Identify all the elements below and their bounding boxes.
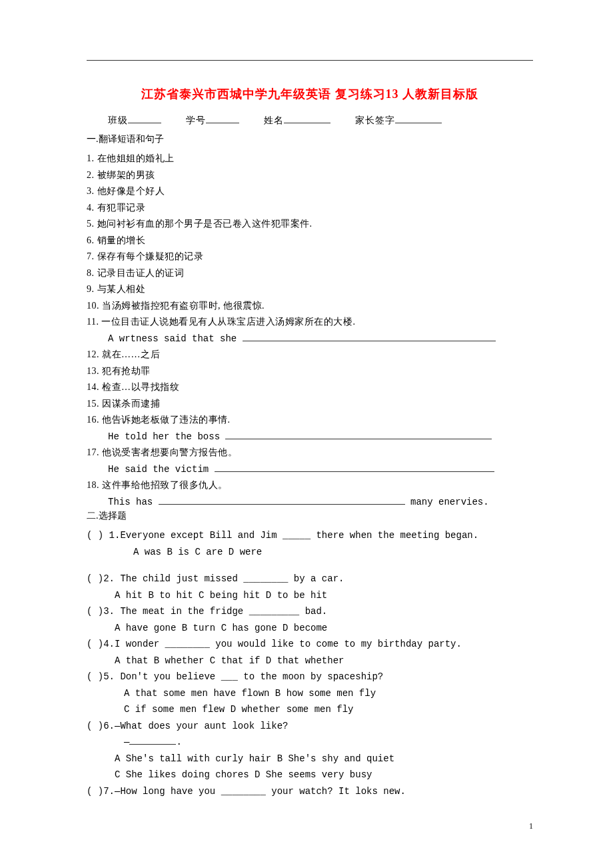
s1-q7: 7. 保存有每个嫌疑犯的记录 <box>87 249 533 265</box>
s1-q3: 3. 他好像是个好人 <box>87 183 533 200</box>
s1-q16: 16. 他告诉她老板做了违法的事情. <box>87 412 533 429</box>
s2-q5-opts1: A that some men have flown B how some me… <box>87 685 533 702</box>
id-blank <box>206 114 239 123</box>
s1-q14: 14. 检查…以寻找指纹 <box>87 379 533 396</box>
s2-q6-opts2: C She likes doing chores D She seems ver… <box>87 767 533 783</box>
s2-q1-opts: A was B is C are D were <box>87 544 533 561</box>
s2-q2: ( )2. The child just missed ________ by … <box>87 571 533 587</box>
s1-q6: 6. 销量的增长 <box>87 233 533 249</box>
student-info-line: 班级 学号 姓名 家长签字 <box>87 114 533 127</box>
s1-q17: 17. 他说受害者想要向警方报告他。 <box>87 445 533 461</box>
s1-q2: 2. 被绑架的男孩 <box>87 167 533 184</box>
s2-q6-dash: —. <box>87 734 533 751</box>
s2-q5: ( )5. Don't you believe ___ to the moon … <box>87 669 533 685</box>
page-number: 1 <box>529 821 533 831</box>
s2-q3-opts: A have gone B turn C has gone D become <box>87 620 533 637</box>
s2-q4: ( )4.I wonder ________ you would like to… <box>87 636 533 653</box>
s1-q18-stem: This has many enervies. <box>87 494 533 511</box>
s1-q11: 11. 一位目击证人说她看见有人从珠宝店进入汤姆家所在的大楼. <box>87 314 533 331</box>
s2-q4-opts: A that B whether C that if D that whethe… <box>87 653 533 669</box>
class-label: 班级 <box>108 115 128 125</box>
s1-q10: 10. 当汤姆被指控犯有盗窃罪时, 他很震惊. <box>87 298 533 315</box>
id-label: 学号 <box>186 115 206 125</box>
s1-q16-stem: He told her the boss <box>87 429 533 445</box>
name-blank <box>284 114 330 123</box>
class-blank <box>128 114 161 123</box>
s1-q9: 9. 与某人相处 <box>87 281 533 298</box>
section1-heading: 一.翻译短语和句子 <box>87 133 533 145</box>
s1-q5: 5. 她问衬衫有血的那个男子是否已卷入这件犯罪案件. <box>87 216 533 233</box>
s2-q3: ( )3. The meat in the fridge _________ b… <box>87 603 533 620</box>
s1-q13: 13. 犯有抢劫罪 <box>87 363 533 380</box>
s1-q15: 15. 因谋杀而逮捕 <box>87 396 533 413</box>
s1-q4: 4. 有犯罪记录 <box>87 200 533 217</box>
s2-q6-opts1: A She's tall with curly hair B She's shy… <box>87 751 533 767</box>
parent-blank <box>395 114 442 123</box>
s1-q17-stem: He said the victim <box>87 461 533 478</box>
s2-q7: ( )7.—How long have you ________ your wa… <box>87 783 533 800</box>
section2-heading: 二.选择题 <box>87 510 533 522</box>
s1-q8: 8. 记录目击证人的证词 <box>87 265 533 282</box>
parent-label: 家长签字 <box>355 115 395 125</box>
document-title: 江苏省泰兴市西城中学九年级英语 复习练习13 人教新目标版 <box>87 86 533 102</box>
s2-q6: ( )6.—What does your aunt look like? <box>87 718 533 735</box>
top-divider <box>87 60 533 61</box>
s1-q12: 12. 就在……之后 <box>87 347 533 363</box>
s1-q11-stem: A wrtness said that she <box>87 331 533 347</box>
s1-q18: 18. 这件事给他招致了很多仇人。 <box>87 477 533 494</box>
name-label: 姓名 <box>264 115 284 125</box>
s1-q1: 1. 在他姐姐的婚礼上 <box>87 151 533 167</box>
s2-q1: ( ) 1.Everyone except Bill and Jim _____… <box>87 527 533 544</box>
s2-q2-opts: A hit B to hit C being hit D to be hit <box>87 587 533 604</box>
s2-q5-opts2: C if some men flew D whether some men fl… <box>87 701 533 718</box>
